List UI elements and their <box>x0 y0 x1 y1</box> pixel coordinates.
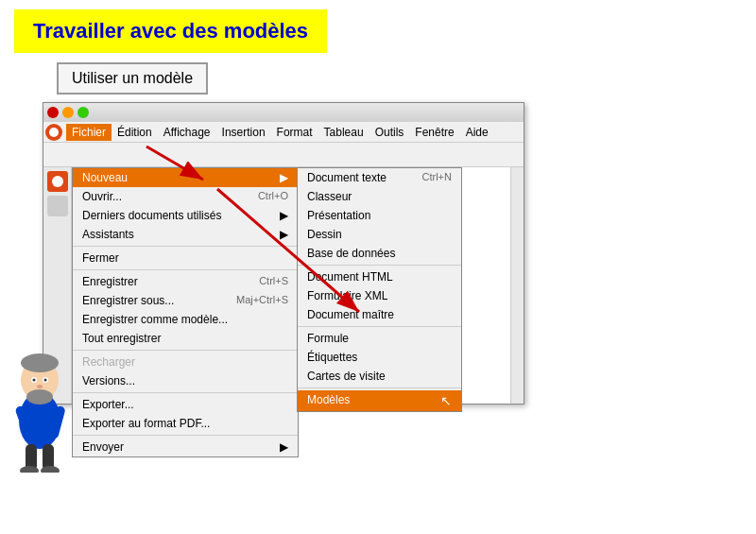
page-title: Travailler avec des modèles <box>33 19 308 43</box>
menu-recharger: Recharger <box>73 353 298 371</box>
menu-insertion[interactable]: Insertion <box>216 124 271 141</box>
menu-tableau[interactable]: Tableau <box>318 124 369 141</box>
menu-derniers[interactable]: Derniers documents utilisés▶ <box>73 206 298 225</box>
svg-point-8 <box>33 379 36 382</box>
menu-affichage[interactable]: Affichage <box>158 124 216 141</box>
menu-fenetre[interactable]: Fenêtre <box>409 124 459 141</box>
ubuntu-icon <box>45 124 62 141</box>
menu-envoyer[interactable]: Envoyer▶ <box>73 438 298 456</box>
fichier-dropdown: Nouveau▶ Ouvrir...Ctrl+O Derniers docume… <box>72 167 299 457</box>
svg-point-9 <box>44 379 47 382</box>
menu-enregistrer[interactable]: EnregistrerCtrl+S <box>73 272 298 291</box>
toolbar <box>43 143 524 167</box>
sub-document-maitre[interactable]: Document maître <box>298 305 461 324</box>
menu-versions[interactable]: Versions... <box>73 371 298 390</box>
content-area: Nouveau▶ Ouvrir...Ctrl+O Derniers docume… <box>43 167 524 404</box>
sidebar-icon-2 <box>47 196 68 216</box>
menu-edition[interactable]: Édition <box>112 124 158 141</box>
menu-ouvrir[interactable]: Ouvrir...Ctrl+O <box>73 187 298 206</box>
menu-bar: Fichier Édition Affichage Insertion Form… <box>43 122 524 143</box>
character-illustration <box>5 312 76 473</box>
subtitle-label: Utiliser un modèle <box>72 70 193 86</box>
app-window: Fichier Édition Affichage Insertion Form… <box>43 102 524 405</box>
menu-fermer[interactable]: Fermer <box>73 249 298 267</box>
sub-modeles[interactable]: Modèles ↖ <box>298 390 461 411</box>
menu-exporter-pdf[interactable]: Exporter au format PDF... <box>73 414 298 433</box>
nouveau-submenu: Document texteCtrl+N Classeur Présentati… <box>297 167 462 412</box>
svg-point-10 <box>37 385 43 388</box>
sub-dessin[interactable]: Dessin <box>298 225 461 244</box>
close-button[interactable] <box>47 107 59 118</box>
sub-etiquettes[interactable]: Étiquettes <box>298 348 461 367</box>
cursor-icon: ↖ <box>440 393 452 408</box>
sub-presentation[interactable]: Présentation <box>298 206 461 225</box>
sidebar-icon-1 <box>47 171 68 192</box>
sub-base-donnees[interactable]: Base de données <box>298 244 461 263</box>
menu-tout-enregistrer[interactable]: Tout enregistrer <box>73 329 298 348</box>
sub-formule[interactable]: Formule <box>298 329 461 348</box>
title-banner: Travailler avec des modèles <box>14 9 327 53</box>
sub-cartes-visite[interactable]: Cartes de visite <box>298 367 461 386</box>
menu-outils[interactable]: Outils <box>369 124 410 141</box>
menu-fichier[interactable]: Fichier <box>66 124 112 141</box>
menu-enregistrer-sous[interactable]: Enregistrer sous...Maj+Ctrl+S <box>73 291 298 310</box>
maximize-button[interactable] <box>77 107 89 118</box>
subtitle-box: Utiliser un modèle <box>57 62 208 95</box>
sub-document-html[interactable]: Document HTML <box>298 267 461 286</box>
menu-assistants[interactable]: Assistants▶ <box>73 225 298 244</box>
sub-classeur[interactable]: Classeur <box>298 187 461 206</box>
menu-exporter[interactable]: Exporter... <box>73 395 298 414</box>
svg-point-5 <box>21 353 59 372</box>
svg-point-11 <box>26 389 53 405</box>
title-bar <box>43 103 524 122</box>
menu-aide[interactable]: Aide <box>460 124 494 141</box>
menu-nouveau[interactable]: Nouveau▶ <box>73 168 298 187</box>
sub-document-texte[interactable]: Document texteCtrl+N <box>298 168 461 187</box>
menu-enregistrer-modele[interactable]: Enregistrer comme modèle... <box>73 310 298 329</box>
menu-format[interactable]: Format <box>271 124 318 141</box>
sub-formulaire-xml[interactable]: Formulaire XML <box>298 286 461 305</box>
minimize-button[interactable] <box>62 107 74 118</box>
